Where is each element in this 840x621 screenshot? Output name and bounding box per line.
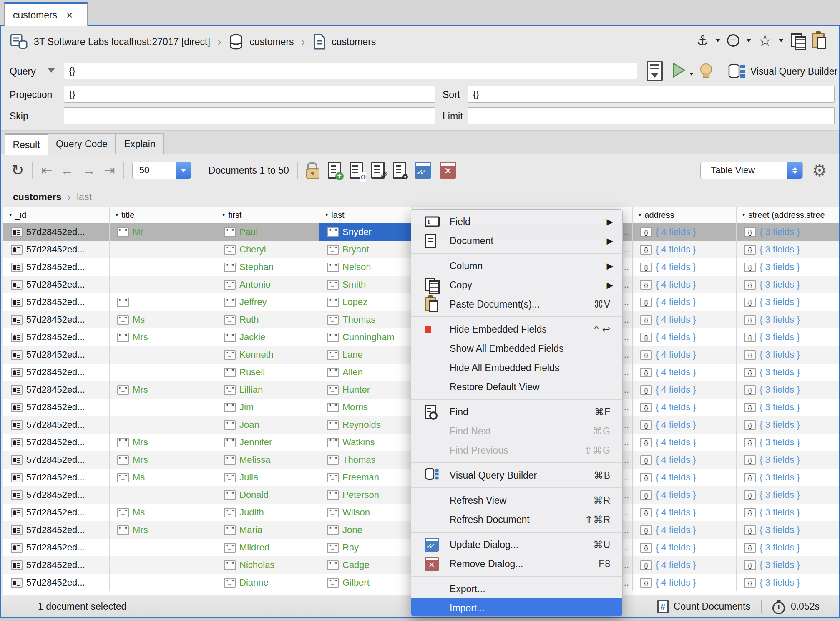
- menu-item-column[interactable]: Column: [411, 256, 622, 275]
- result-tab-bar: Result Query Code Explain: [1, 130, 839, 154]
- menu-item-import[interactable]: Import...: [411, 598, 622, 616]
- menu-item-find[interactable]: Find⌘F: [411, 402, 622, 422]
- query-input[interactable]: [64, 63, 637, 79]
- query-mode-caret-icon[interactable]: [48, 68, 55, 73]
- tab-query-code[interactable]: Query Code: [48, 133, 116, 155]
- menu-item-restore-default-view[interactable]: Restore Default View: [411, 377, 622, 396]
- settings-gear-button[interactable]: ⚙: [812, 162, 827, 179]
- prev-page-button[interactable]: ←: [60, 164, 74, 177]
- menu-item-remove-dialog[interactable]: Remove Dialog...F8: [411, 554, 622, 573]
- tab-explain[interactable]: Explain: [116, 133, 164, 155]
- page-size-select[interactable]: 50: [132, 162, 191, 179]
- objectid-type-icon: [11, 403, 23, 412]
- last-page-button[interactable]: ⇥: [104, 164, 115, 177]
- objectid-type-icon: [11, 245, 23, 255]
- menu-item-refresh-document[interactable]: Refresh Document⇧⌘R: [411, 510, 622, 529]
- lock-toggle-button[interactable]: [306, 168, 319, 179]
- menu-item-hide-embedded-fields[interactable]: Hide Embedded Fields^ ↩: [411, 320, 622, 339]
- history-dropdown-caret-icon[interactable]: [746, 39, 751, 42]
- objectid-type-icon: [11, 560, 23, 570]
- query-time: 0.052s: [772, 599, 837, 614]
- menu-separator: [411, 462, 622, 463]
- remove-documents-button[interactable]: [440, 162, 456, 179]
- tab-customers[interactable]: customers: [4, 2, 88, 26]
- paste-button[interactable]: [812, 33, 825, 48]
- string-type-icon: [117, 385, 129, 395]
- refresh-button[interactable]: ↻: [11, 163, 24, 178]
- menu-item-export[interactable]: Export...: [411, 579, 622, 598]
- column-header-last[interactable]: •last: [319, 207, 413, 223]
- edit-document-button[interactable]: [371, 162, 385, 179]
- menu-item-update-dialog[interactable]: Update Dialog...⌘U: [411, 535, 622, 554]
- collection-label[interactable]: customers: [332, 36, 376, 48]
- column-header-first[interactable]: •first: [216, 207, 319, 223]
- limit-input[interactable]: [468, 107, 835, 124]
- database-label[interactable]: customers: [249, 36, 294, 48]
- hint-bulb-icon[interactable]: [700, 63, 712, 75]
- menu-item-field[interactable]: Field: [411, 212, 622, 231]
- menu-item-find-previous[interactable]: Find Previous⇧⌘G: [411, 441, 622, 460]
- menu-item-document[interactable]: Document: [411, 231, 622, 250]
- string-type-icon: [327, 403, 339, 412]
- projection-input[interactable]: [64, 86, 435, 103]
- skip-input[interactable]: [64, 107, 435, 124]
- update-dialog-icon: [425, 538, 439, 552]
- pencil-icon: [379, 169, 387, 181]
- anchor-dropdown-caret-icon[interactable]: [715, 39, 720, 42]
- string-type-icon: [327, 438, 339, 447]
- path-collection[interactable]: customers: [13, 192, 61, 203]
- connection-label[interactable]: 3T Software Labs localhost:27017 [direct…: [34, 36, 210, 48]
- column-header-title[interactable]: •title: [110, 207, 216, 223]
- count-documents-button[interactable]: Count Documents: [657, 600, 750, 613]
- add-document-button[interactable]: [328, 162, 341, 179]
- anchor-bookmark-button[interactable]: ⚓: [697, 34, 709, 47]
- menu-item-refresh-view[interactable]: Refresh View⌘R: [411, 491, 622, 510]
- column-header-street[interactable]: •street (address.stree: [737, 207, 839, 223]
- string-type-icon: [327, 227, 339, 237]
- menu-item-visual-query-builder[interactable]: Visual Query Builder⌘B: [411, 466, 622, 485]
- menu-item-hide-all-embedded-fields[interactable]: Hide All Embedded Fields: [411, 358, 622, 377]
- copy-icon: [425, 278, 440, 293]
- run-options-caret-icon[interactable]: [689, 73, 694, 76]
- sort-input[interactable]: [468, 86, 835, 103]
- first-page-button[interactable]: ⇤: [41, 164, 52, 177]
- menu-item-find-next[interactable]: Find Next⌘G: [411, 422, 622, 441]
- object-type-icon: [744, 245, 756, 255]
- string-type-icon: [224, 333, 236, 342]
- update-documents-button[interactable]: [415, 162, 431, 179]
- menu-item-show-all-embedded-fields[interactable]: Show All Embedded Fields: [411, 339, 622, 358]
- string-type-icon: [327, 263, 339, 272]
- menu-item-copy[interactable]: Copy: [411, 275, 622, 295]
- view-mode-select[interactable]: Table View: [700, 162, 803, 179]
- next-page-button[interactable]: →: [82, 164, 96, 177]
- tab-result[interactable]: Result: [5, 133, 48, 155]
- selection-status-label: 1 document selected: [38, 601, 126, 612]
- string-type-icon: [117, 333, 129, 342]
- column-header-id[interactable]: •_id: [3, 207, 110, 223]
- toolbar-separator: [465, 162, 465, 179]
- object-type-icon: [640, 385, 652, 395]
- menu-separator: [411, 576, 622, 577]
- view-mode-stepper-icon[interactable]: [787, 162, 802, 179]
- column-header-address[interactable]: •address: [633, 207, 737, 223]
- open-query-editor-button[interactable]: [647, 61, 663, 81]
- menu-item-paste-documents[interactable]: Paste Document(s)...⌘V: [411, 295, 622, 314]
- copy-button[interactable]: [790, 33, 805, 48]
- tab-bar: customers: [0, 0, 840, 26]
- code-icon: [360, 172, 366, 182]
- document-code-button[interactable]: [350, 162, 363, 179]
- favorites-dropdown-caret-icon[interactable]: [779, 39, 784, 42]
- favorites-star-button[interactable]: ☆: [758, 33, 772, 48]
- string-type-icon: [224, 508, 236, 518]
- run-query-button[interactable]: [672, 62, 686, 78]
- string-type-icon: [327, 543, 339, 553]
- collection-view: 3T Software Labs localhost:27017 [direct…: [0, 25, 840, 618]
- tab-close-icon[interactable]: [66, 10, 73, 20]
- find-document-button[interactable]: [393, 162, 406, 179]
- object-type-icon: [640, 333, 652, 342]
- page-size-caret-icon[interactable]: [176, 162, 191, 179]
- selected-cell[interactable]: Snyder: [319, 223, 413, 241]
- visual-query-builder-button[interactable]: Visual Query Builder: [728, 63, 837, 79]
- history-button[interactable]: [727, 34, 739, 47]
- path-field[interactable]: last: [77, 192, 92, 203]
